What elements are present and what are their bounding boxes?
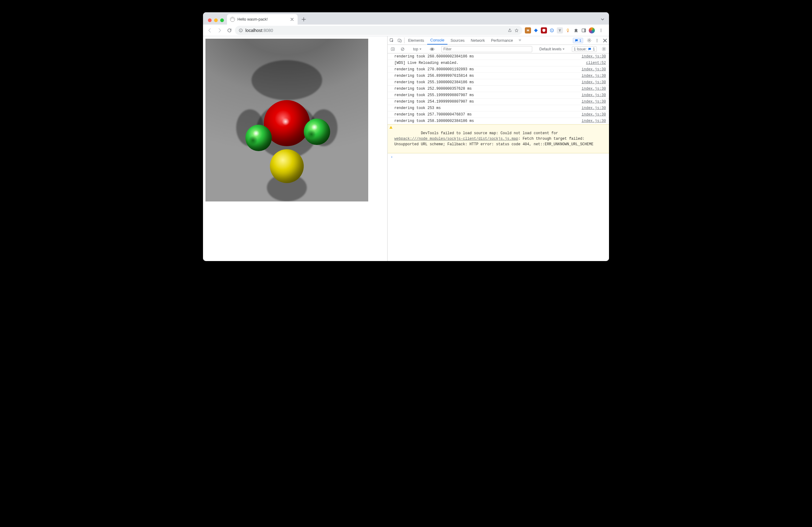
devtools-tab-sources[interactable]: Sources	[448, 36, 468, 45]
issues-button[interactable]: 1 Issue: 1	[572, 46, 597, 52]
side-panel-icon[interactable]	[581, 27, 587, 33]
console-log-source-link[interactable]: index.js:30	[578, 92, 606, 98]
console-sidebar-toggle-icon[interactable]	[389, 47, 397, 51]
site-info-icon[interactable]	[238, 28, 243, 32]
console-log-source-link[interactable]: index.js:30	[578, 112, 606, 117]
console-settings-icon[interactable]	[600, 47, 608, 51]
console-log-source-link[interactable]: index.js:30	[578, 99, 606, 104]
devtools-settings-icon[interactable]	[585, 38, 593, 43]
console-log-message: rendering took 258.10000002384186 ms	[394, 118, 474, 124]
tab-title: Hello wasm-pack!	[237, 17, 287, 21]
extension-icon[interactable]	[533, 27, 539, 33]
tab-strip: Hello wasm-pack!	[203, 12, 609, 25]
console-filter-bar: top Default levels 1 Issue:	[388, 45, 609, 54]
minimize-window-button[interactable]	[214, 18, 218, 22]
reload-button[interactable]	[225, 26, 234, 35]
console-log-source-link[interactable]: index.js:30	[578, 67, 606, 72]
svg-point-15	[589, 40, 590, 41]
console-log-row: rendering took 252.9000000357628 msindex…	[388, 86, 609, 92]
extensions-menu-icon[interactable]	[573, 27, 579, 33]
bookmark-star-icon[interactable]	[514, 28, 519, 32]
console-log-row: rendering took 255.10000002384186 msinde…	[388, 79, 609, 86]
context-selector[interactable]: top	[412, 47, 423, 51]
svg-point-21	[431, 48, 433, 50]
new-tab-button[interactable]	[300, 15, 308, 24]
live-expression-icon[interactable]	[428, 47, 436, 52]
console-log-message: rendering took 253 ms	[394, 105, 441, 111]
svg-point-22	[603, 48, 604, 50]
svg-point-6	[567, 31, 568, 32]
svg-point-17	[597, 40, 597, 41]
extension-icon[interactable]	[549, 27, 555, 33]
log-levels-selector[interactable]: Default levels	[537, 47, 567, 51]
devtools-tab-elements[interactable]: Elements	[405, 36, 427, 45]
forward-button[interactable]	[215, 26, 224, 35]
console-log-source-link[interactable]: index.js:30	[578, 73, 606, 78]
console-log-row: rendering took 260.60000002384186 msinde…	[388, 54, 609, 60]
svg-rect-14	[400, 40, 401, 42]
clear-console-icon[interactable]	[398, 47, 407, 51]
issues-count: 1	[593, 47, 595, 51]
console-log-source-link[interactable]: index.js:30	[578, 105, 606, 111]
console-log-row: rendering took 253 msindex.js:30	[388, 105, 609, 112]
svg-point-11	[601, 31, 601, 32]
extension-icon[interactable]: ᴍ	[525, 27, 531, 33]
console-log-message: rendering took 260.60000002384186 ms	[394, 54, 474, 59]
console-log-source-link[interactable]: client:52	[582, 60, 606, 66]
svg-point-18	[597, 41, 597, 42]
more-tabs-icon[interactable]	[516, 36, 524, 45]
devtools-menu-icon[interactable]	[593, 39, 601, 43]
profile-avatar[interactable]	[589, 27, 595, 33]
console-warning-row: DevTools failed to load source map: Coul…	[388, 125, 609, 153]
console-log-row: rendering took 256.89999997615814 msinde…	[388, 73, 609, 79]
warning-source-map-link[interactable]: webpack:///node_modules/sockjs-client/di…	[394, 137, 518, 141]
browser-menu-button[interactable]	[597, 26, 605, 35]
console-log-source-link[interactable]: index.js:30	[578, 54, 606, 59]
messages-pill[interactable]: 1	[573, 38, 583, 43]
svg-point-9	[601, 29, 601, 29]
extensions-tray: ᴍ Y	[524, 26, 607, 35]
share-icon[interactable]	[508, 28, 512, 32]
svg-point-16	[597, 39, 597, 39]
devtools-tab-network[interactable]: Network	[468, 36, 488, 45]
shadow	[251, 60, 322, 100]
extension-icon[interactable]: Y	[557, 27, 563, 33]
inspect-element-icon[interactable]	[388, 36, 395, 45]
console-filter-input[interactable]	[441, 46, 533, 52]
device-toolbar-icon[interactable]	[395, 36, 404, 45]
console-prompt[interactable]: ›	[388, 153, 609, 160]
context-selector-label: top	[413, 47, 418, 51]
svg-rect-5	[567, 29, 569, 31]
url-host: localhost	[245, 28, 262, 33]
console-log-message: rendering took 255.19999998807907 ms	[394, 92, 474, 98]
console-log-source-link[interactable]: index.js:30	[578, 118, 606, 124]
console-log-source-link[interactable]: index.js:30	[578, 79, 606, 85]
back-button[interactable]	[205, 26, 214, 35]
close-window-button[interactable]	[208, 18, 212, 22]
close-tab-button[interactable]	[290, 17, 294, 22]
console-output[interactable]: rendering took 260.60000002384186 msinde…	[388, 54, 609, 261]
console-log-message: rendering took 252.9000000357628 ms	[394, 86, 472, 91]
tabs-overflow-button[interactable]	[600, 17, 605, 21]
devtools-close-icon[interactable]	[601, 39, 609, 42]
console-log-row: [WDS] Live Reloading enabled.client:52	[388, 60, 609, 66]
console-log-row: rendering took 254.19999998807907 msinde…	[388, 99, 609, 105]
extension-icon[interactable]	[541, 27, 547, 33]
browser-tab[interactable]: Hello wasm-pack!	[227, 14, 298, 25]
browser-window: Hello wasm-pack! localhost:8080	[203, 12, 609, 261]
address-bar[interactable]: localhost:8080	[235, 26, 522, 35]
console-log-source-link[interactable]: index.js:30	[578, 86, 606, 91]
svg-rect-2	[241, 30, 241, 31]
extension-icon[interactable]	[565, 27, 571, 33]
warning-text-pre: DevTools failed to load source map: Coul…	[421, 131, 560, 135]
svg-point-10	[601, 30, 601, 30]
issues-label: 1 Issue:	[574, 47, 586, 51]
devtools-tabs: Elements Console Sources Network Perform…	[388, 36, 609, 45]
devtools-tab-console[interactable]: Console	[427, 36, 448, 45]
globe-icon	[230, 17, 235, 22]
maximize-window-button[interactable]	[220, 18, 224, 22]
console-log-row: rendering took 255.19999998807907 msinde…	[388, 92, 609, 99]
devtools-tab-performance[interactable]: Performance	[488, 36, 516, 45]
content-split: Elements Console Sources Network Perform…	[203, 36, 609, 261]
console-log-message: rendering took 270.80000001192093 ms	[394, 67, 474, 72]
